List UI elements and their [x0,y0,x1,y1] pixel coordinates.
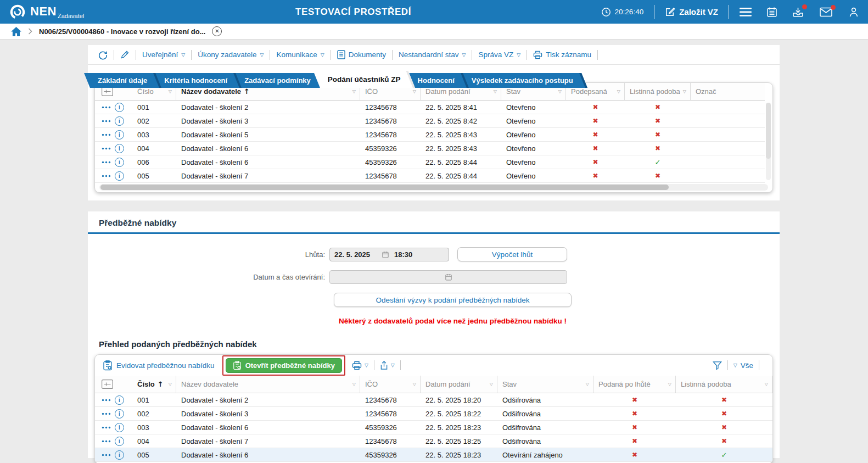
tab-zadavaci-podminky[interactable]: Zadávací podmínky [237,73,325,88]
deadline-time-value[interactable]: 18:30 [394,250,412,259]
tab-kriteria-hodnoceni[interactable]: Kritéria hodnocení [156,73,242,88]
toolbar-item-sprava-vz[interactable]: Správa VZ▽ [478,51,520,59]
row-menu-icon[interactable] [102,454,111,456]
deadline-date-value[interactable]: 22. 5. 2025 [334,250,370,259]
filter-caret-icon[interactable]: ▽ [617,89,624,94]
row-menu-icon[interactable] [102,426,111,429]
table-row[interactable]: i002Dodavatel - školení 31234567822. 5. … [95,407,772,421]
calendar-icon[interactable] [445,274,452,281]
user-icon[interactable] [848,7,859,18]
column-header-stav[interactable]: Stav▽ [497,376,593,393]
row-info-icon[interactable]: i [115,395,124,405]
row-menu-icon[interactable] [102,412,111,415]
column-header-po_lhute[interactable]: Podaná po lhůtě▽ [593,376,676,393]
column-header-datum[interactable]: Datum podání▽ [421,376,497,393]
horizontal-scrollbar[interactable] [99,184,768,191]
tab-zakladni-udaje[interactable]: Základní údaje [90,73,161,88]
opening-datetime-field[interactable] [329,270,567,284]
row-menu-icon[interactable] [102,106,111,109]
column-header-listinna[interactable]: Listinná podoba▽ [676,376,772,393]
row-info-icon[interactable]: i [115,116,124,126]
row-info-icon[interactable]: i [115,409,124,419]
tab-hodnoceni[interactable]: Hodnocení [410,73,469,88]
table-row[interactable]: i003Dodavatel - školení 51234567822. 5. … [95,128,765,142]
row-info-icon[interactable]: i [115,437,124,446]
register-offer-link[interactable]: Evidovat předběžnou nabídku [103,360,215,371]
app-logo[interactable]: NEN Zadavatel [0,3,84,21]
inbox-download-icon[interactable] [792,7,804,18]
row-info-icon[interactable]: i [115,171,124,181]
filter-caret-icon[interactable]: ▽ [586,382,593,387]
table-row[interactable]: i001Dodavatel - školení 21234567822. 5. … [95,101,765,114]
toolbar-item-uverejneni[interactable]: Uveřejnění▽ [142,51,185,59]
filter-all-dropdown[interactable]: ▽ Vše [733,361,753,370]
row-menu-icon[interactable] [102,175,111,177]
toolbar-item-nestandardni-stav[interactable]: Nestandardní stav▽ [399,51,466,59]
table-row[interactable]: i001Dodavatel - školení 21234567822. 5. … [95,393,772,407]
table-row[interactable]: i004Dodavatel - školení 71234567822. 5. … [95,434,772,448]
filter-caret-icon[interactable]: ▽ [413,382,420,387]
column-header-nazev[interactable]: Název dodavatele▽ [176,376,360,393]
column-header-ico[interactable]: IČO▽ [360,376,421,393]
table-row[interactable]: i002Dodavatel - školení 31234567822. 5. … [95,114,765,128]
toolbar-item-komunikace[interactable]: Komunikace▽ [276,51,324,59]
mail-icon[interactable] [820,7,832,17]
filter-caret-icon[interactable]: ▽ [352,382,360,387]
row-info-icon[interactable]: i [115,423,124,432]
column-settings-cell[interactable] [95,376,132,393]
row-menu-icon[interactable] [102,399,111,401]
calc-deadlines-button[interactable]: Výpočet lhůt [457,247,567,261]
column-header-cislo[interactable]: Číslo↑▽ [132,376,176,393]
filter-caret-icon[interactable]: ▽ [169,382,176,387]
filter-caret-icon[interactable]: ▽ [413,89,420,94]
create-vz-button[interactable]: Založit VZ [665,7,718,17]
table-row[interactable]: i003Dodavatel - školení 64535932622. 5. … [95,421,772,434]
row-info-icon[interactable]: i [115,144,124,153]
filter-caret-icon[interactable]: ▽ [169,89,176,94]
filter-caret-icon[interactable]: ▽ [490,382,497,387]
pencil-icon[interactable] [120,50,130,59]
calendar-icon[interactable] [382,251,389,258]
export-menu-button[interactable]: ▽ [380,361,395,370]
tab-podani-ucastniku-zp[interactable]: Podání účastníků ZP [320,71,415,88]
toolbar-item-ukony-zadavatele[interactable]: Úkony zadavatele▽ [198,51,264,59]
table-row[interactable]: i004Dodavatel - školení 64535932622. 5. … [95,142,765,155]
filter-caret-icon[interactable]: ▽ [668,382,675,387]
participants-table: Číslo▽Název dodavatele↑▽IČO▽Datum podání… [95,83,765,183]
filter-caret-icon[interactable]: ▽ [558,89,565,94]
calendar-icon[interactable] [766,7,777,18]
toolbar-item-tisk-zaznamu[interactable]: Tisk záznamu [533,51,591,59]
table-row[interactable]: i005Dodavatel - školení 71234567822. 5. … [95,169,765,183]
filter-caret-icon[interactable]: ▽ [494,89,501,94]
home-icon[interactable] [11,27,21,36]
row-menu-icon[interactable] [102,133,111,136]
toolbar-item-dokumenty[interactable]: Dokumenty [337,50,386,59]
history-icon[interactable] [98,50,108,60]
open-preliminary-offers-button[interactable]: Otevřít předběžné nabídky [226,358,342,373]
deadline-field[interactable]: 22. 5. 2025 18:30 [329,248,449,261]
filter-caret-icon[interactable]: ▽ [683,89,690,94]
row-info-icon[interactable]: i [115,130,124,140]
tab-vysledek-zadavaciho-postupu[interactable]: Výsledek zadávacího postupu [464,73,587,88]
breadcrumb-item[interactable]: N006/25/V00004860 - Inovace v rozvoji ří… [39,27,205,36]
close-icon[interactable]: ✕ [212,26,222,36]
filter-caret-icon[interactable]: ▽ [352,89,360,94]
filter-icon[interactable] [713,361,722,370]
menu-hamburger-icon[interactable] [740,7,752,17]
row-info-icon[interactable]: i [115,103,124,112]
column-settings-icon[interactable] [102,87,113,96]
row-menu-icon[interactable] [102,161,111,164]
send-invitation-button[interactable]: Odeslání výzvy k podání předběžných nabí… [334,293,572,307]
table-row[interactable]: i005Dodavatel - školení 64535932622. 5. … [95,448,772,462]
print-menu-button[interactable]: ▽ [352,361,368,370]
row-menu-icon[interactable] [102,147,111,150]
row-menu-icon[interactable] [102,440,111,443]
row-menu-icon[interactable] [102,120,111,122]
vertical-scrollbar[interactable] [766,103,771,180]
table-row[interactable]: i006Dodavatel - školení 64535932622. 5. … [95,155,765,169]
row-info-icon[interactable]: i [115,158,124,167]
column-settings-icon[interactable] [102,380,113,389]
row-info-icon[interactable]: i [115,450,124,460]
filter-caret-icon[interactable]: ▽ [765,382,772,387]
scrollbar-thumb[interactable] [100,185,669,190]
